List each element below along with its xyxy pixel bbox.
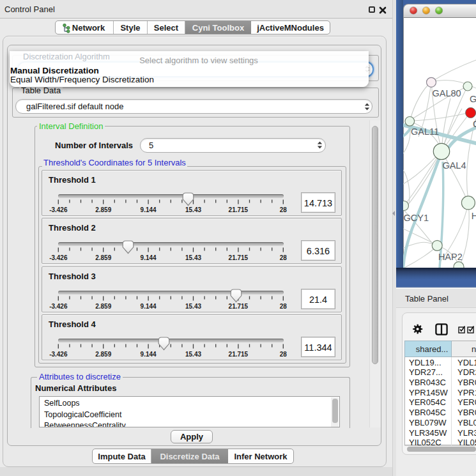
svg-text:HAP2: HAP2 [438,252,463,262]
svg-text:GAL11: GAL11 [411,127,439,137]
svg-text:GAL80: GAL80 [433,88,461,98]
svg-text:GAL4: GAL4 [442,160,466,171]
svg-text:CDC36: CDC36 [473,119,476,129]
svg-text:GAL7: GAL7 [470,94,476,104]
svg-text:HIS4: HIS4 [472,211,476,221]
svg-text:GCY1: GCY1 [404,213,429,223]
